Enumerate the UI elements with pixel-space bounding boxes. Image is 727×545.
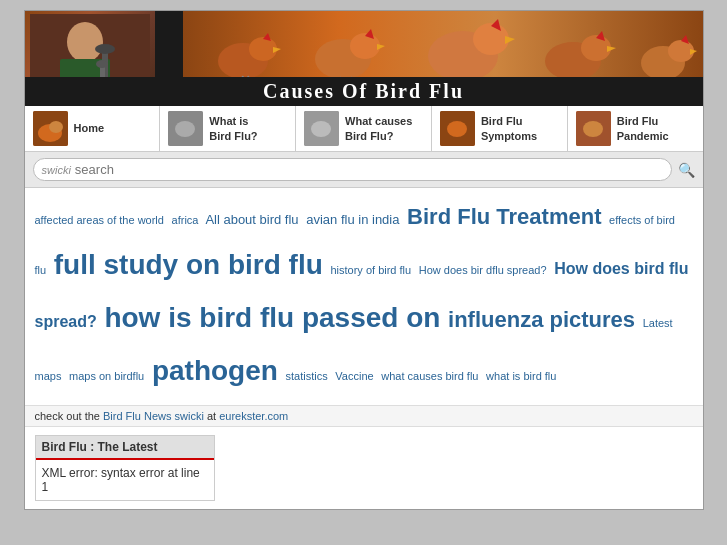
nav-thumb-causes	[304, 111, 339, 146]
tag-full-study[interactable]: full study on bird flu	[54, 249, 323, 280]
svg-point-4	[95, 44, 115, 54]
tag-affected-areas[interactable]: affected areas of the world	[35, 214, 164, 226]
content-box-error: XML error: syntax error at line1	[42, 466, 200, 494]
nav-pandemic-label: Bird FluPandemic	[617, 114, 669, 143]
nav-causes[interactable]: What causesBird Flu?	[296, 106, 432, 151]
svg-point-41	[49, 121, 63, 133]
nav-thumb-pandemic	[576, 111, 611, 146]
tag-how-passed-on[interactable]: how is bird flu passed on	[104, 302, 440, 333]
footer-suffix: at	[204, 410, 219, 422]
nav-symptoms-label: Bird FluSymptoms	[481, 114, 537, 143]
footer-note: check out the Bird Flu News swicki at eu…	[25, 406, 703, 427]
tag-cloud: affected areas of the world africa All a…	[25, 188, 703, 406]
svg-point-49	[583, 121, 603, 137]
tag-what-is[interactable]: what is bird flu	[486, 370, 556, 382]
nav-what-is-label: What isBird Flu?	[209, 114, 257, 143]
nav-thumb-home	[33, 111, 68, 146]
search-input[interactable]	[75, 162, 663, 177]
svg-point-7	[96, 60, 108, 68]
page-wrapper: Causes Of Bird Flu Home What isBird Fl	[24, 10, 704, 510]
footer-prefix: check out the	[35, 410, 104, 422]
tag-bird-flu-treatment[interactable]: Bird Flu Treatment	[407, 204, 601, 229]
tag-how-dflu[interactable]: How does bir dflu spread?	[419, 264, 547, 276]
tag-all-about[interactable]: All about bird flu	[205, 212, 298, 227]
svg-point-47	[447, 121, 467, 137]
content-box-header: Bird Flu : The Latest	[36, 436, 214, 460]
tag-statistics[interactable]: statistics	[286, 370, 328, 382]
nav-pandemic[interactable]: Bird FluPandemic	[568, 106, 703, 151]
search-input-wrapper: swicki	[33, 158, 672, 181]
header-banner: Causes Of Bird Flu	[25, 11, 703, 106]
tag-maps[interactable]: maps	[35, 370, 62, 382]
nav-home-label: Home	[74, 121, 105, 135]
content-box-body: XML error: syntax error at line1	[36, 460, 214, 500]
search-bar: swicki 🔍	[25, 152, 703, 188]
svg-point-43	[175, 121, 195, 137]
nav-what-is[interactable]: What isBird Flu?	[160, 106, 296, 151]
nav-causes-label: What causesBird Flu?	[345, 114, 412, 143]
eurekster-link[interactable]: eurekster.com	[219, 410, 288, 422]
nav-symptoms[interactable]: Bird FluSymptoms	[432, 106, 568, 151]
svg-point-28	[581, 35, 611, 61]
tag-history[interactable]: history of bird flu	[330, 264, 411, 276]
tag-influenza-pictures[interactable]: influenza pictures	[448, 307, 635, 332]
tag-africa[interactable]: africa	[172, 214, 199, 226]
bird-flu-news-link[interactable]: Bird Flu News swicki	[103, 410, 204, 422]
nav-thumb-what	[168, 111, 203, 146]
tag-avian-flu-india[interactable]: avian flu in india	[306, 212, 399, 227]
tag-maps-birdflu[interactable]: maps on birdflu	[69, 370, 144, 382]
tag-what-causes[interactable]: what causes bird flu	[381, 370, 478, 382]
svg-point-22	[473, 23, 509, 55]
nav-thumb-symptoms	[440, 111, 475, 146]
svg-point-1	[67, 22, 103, 62]
svg-point-16	[350, 33, 380, 59]
svg-point-45	[311, 121, 331, 137]
content-box: Bird Flu : The Latest XML error: syntax …	[35, 435, 215, 501]
nav-bar: Home What isBird Flu? What causesBird Fl…	[25, 106, 703, 152]
svg-point-10	[249, 37, 277, 61]
banner-title-bar: Causes Of Bird Flu	[25, 77, 703, 106]
nav-home[interactable]: Home	[25, 106, 161, 151]
tag-pathogen[interactable]: pathogen	[152, 355, 278, 386]
banner-title: Causes Of Bird Flu	[263, 80, 464, 102]
tag-latest[interactable]: Latest	[643, 317, 673, 329]
search-icon[interactable]: 🔍	[678, 162, 695, 178]
swicki-logo: swicki	[42, 164, 71, 176]
tag-vaccine[interactable]: Vaccine	[335, 370, 373, 382]
